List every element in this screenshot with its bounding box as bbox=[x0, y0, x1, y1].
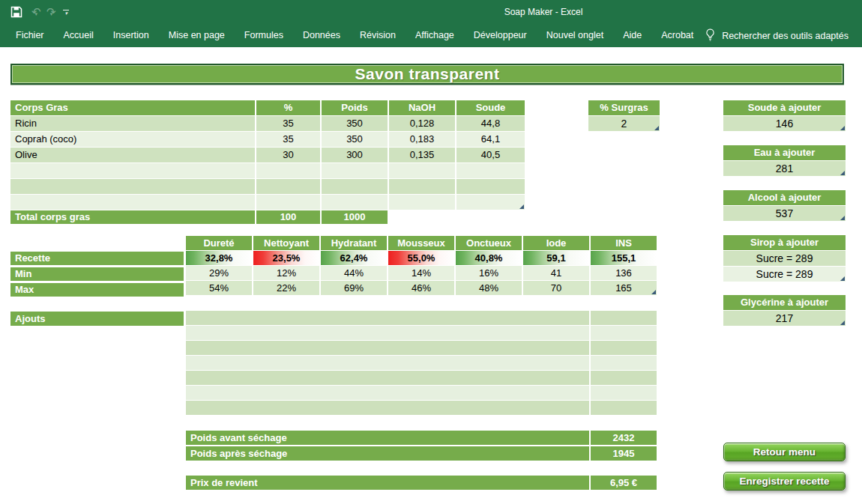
ajouts-cell[interactable] bbox=[186, 341, 589, 355]
fat-name-cell[interactable]: Ricin bbox=[10, 116, 255, 131]
fat-soude-cell[interactable]: 64,1 bbox=[456, 132, 525, 147]
ajouts-qty-cell[interactable] bbox=[591, 356, 657, 370]
surgras-value-cell[interactable]: 2 bbox=[588, 116, 660, 131]
ajouts-cell[interactable] bbox=[186, 401, 589, 415]
ribbon-tab-accueil[interactable]: Accueil bbox=[54, 24, 103, 47]
fat-name-cell[interactable]: Olive bbox=[10, 148, 255, 163]
ajouts-qty-cell[interactable] bbox=[591, 326, 657, 340]
recette-iode-cell[interactable]: 59,1 bbox=[523, 251, 589, 265]
ribbon-tab-aide[interactable]: Aide bbox=[613, 24, 651, 47]
ribbon-tab-revision[interactable]: Révision bbox=[350, 24, 406, 47]
ajouts-cell[interactable] bbox=[186, 311, 589, 325]
ajouts-qty-cell[interactable] bbox=[591, 401, 657, 415]
recette-nettoyant-cell[interactable]: 23,5% bbox=[253, 251, 319, 265]
ajouts-qty-cell[interactable] bbox=[591, 371, 657, 385]
max-iode-cell[interactable]: 70 bbox=[523, 281, 589, 295]
min-nettoyant-cell[interactable]: 12% bbox=[253, 266, 319, 280]
recette-hydratant-cell[interactable]: 62,4% bbox=[321, 251, 387, 265]
fat-name-cell[interactable]: Coprah (coco) bbox=[10, 132, 255, 147]
glycerine-a-ajouter-value[interactable]: 217 bbox=[723, 311, 846, 326]
ribbon-tab-nouvel-onglet[interactable]: Nouvel onglet bbox=[537, 24, 613, 47]
min-ins-cell[interactable]: 136 bbox=[591, 266, 657, 280]
recette-mousseux-cell[interactable]: 55,0% bbox=[388, 251, 454, 265]
soude-a-ajouter-value[interactable]: 146 bbox=[723, 116, 846, 131]
max-onctueux-cell[interactable]: 48% bbox=[456, 281, 522, 295]
min-mousseux-cell[interactable]: 14% bbox=[388, 266, 454, 280]
fats-header-poids: Poids bbox=[322, 100, 388, 115]
fat-naoh-cell[interactable]: 0,183 bbox=[389, 132, 455, 147]
ribbon-tab-mise-en-page[interactable]: Mise en page bbox=[159, 24, 235, 47]
ajouts-qty-cell[interactable] bbox=[591, 341, 657, 355]
ribbon-tab-donnees[interactable]: Données bbox=[293, 24, 350, 47]
fat-poids-cell[interactable]: 350 bbox=[322, 116, 388, 131]
max-nettoyant-cell[interactable]: 22% bbox=[253, 281, 319, 295]
fat-poids-cell[interactable]: 300 bbox=[322, 148, 388, 163]
min-iode-cell[interactable]: 41 bbox=[523, 266, 589, 280]
fat-naoh-cell[interactable]: 0,135 bbox=[389, 148, 455, 163]
fat-poids-cell[interactable] bbox=[322, 179, 388, 194]
ribbon-tab-acrobat[interactable]: Acrobat bbox=[651, 24, 703, 47]
ajouts-cell[interactable] bbox=[186, 326, 589, 340]
ajouts-cell[interactable] bbox=[186, 371, 589, 385]
fat-naoh-cell[interactable] bbox=[389, 179, 455, 194]
fats-row-olive: Olive 30 300 0,135 40,5 bbox=[10, 148, 525, 163]
enregistrer-recette-button[interactable]: Enregistrer recette bbox=[723, 472, 846, 491]
tell-me-search[interactable]: Rechercher des outils adaptés bbox=[705, 28, 849, 43]
fat-pct-cell[interactable] bbox=[256, 163, 320, 178]
poids-apres-value: 1945 bbox=[591, 446, 657, 461]
undo-icon[interactable]: ↶▾ bbox=[31, 5, 37, 19]
recette-durete-cell[interactable]: 32,8% bbox=[186, 251, 252, 265]
fat-naoh-cell[interactable]: 0,128 bbox=[389, 116, 455, 131]
recette-onctueux-cell[interactable]: 40,8% bbox=[456, 251, 522, 265]
ribbon-tab-formules[interactable]: Formules bbox=[235, 24, 293, 47]
customize-quick-access-icon[interactable]: ▾ bbox=[63, 10, 69, 15]
max-hydratant-cell[interactable]: 69% bbox=[321, 281, 387, 295]
ajouts-qty-cell[interactable] bbox=[591, 311, 657, 325]
fat-soude-cell[interactable] bbox=[456, 195, 525, 210]
fats-row-empty bbox=[10, 195, 525, 210]
fat-poids-cell[interactable]: 350 bbox=[322, 132, 388, 147]
eau-a-ajouter-box: Eau à ajouter 281 bbox=[723, 145, 846, 176]
ribbon-tab-fichier[interactable]: Fichier bbox=[6, 24, 54, 47]
ajouts-qty-cell[interactable] bbox=[591, 386, 657, 400]
ribbon-tab-insertion[interactable]: Insertion bbox=[103, 24, 159, 47]
eau-a-ajouter-value[interactable]: 281 bbox=[723, 161, 846, 176]
ribbon-tab-affichage[interactable]: Affichage bbox=[406, 24, 464, 47]
fat-pct-cell[interactable] bbox=[256, 195, 320, 210]
ajouts-cell[interactable] bbox=[186, 386, 589, 400]
min-durete-cell[interactable]: 29% bbox=[186, 266, 252, 280]
fat-naoh-cell[interactable] bbox=[389, 163, 455, 178]
fat-poids-cell[interactable] bbox=[322, 195, 388, 210]
fat-pct-cell[interactable]: 35 bbox=[256, 116, 320, 131]
fat-name-cell[interactable] bbox=[10, 195, 255, 210]
fat-name-cell[interactable] bbox=[10, 163, 255, 178]
min-hydratant-cell[interactable]: 44% bbox=[321, 266, 387, 280]
max-ins-cell[interactable]: 165 bbox=[591, 281, 657, 295]
retour-menu-button[interactable]: Retour menu bbox=[723, 443, 846, 461]
fat-soude-cell[interactable] bbox=[456, 179, 525, 194]
fat-soude-cell[interactable]: 40,5 bbox=[456, 148, 525, 163]
max-durete-cell[interactable]: 54% bbox=[186, 281, 252, 295]
sirop-value-2[interactable]: Sucre = 289 bbox=[723, 267, 846, 282]
fat-pct-cell[interactable]: 35 bbox=[256, 132, 320, 147]
poids-apres-sechage-row: Poids après séchage 1945 bbox=[186, 446, 657, 461]
max-mousseux-cell[interactable]: 46% bbox=[388, 281, 454, 295]
save-icon[interactable] bbox=[10, 6, 22, 18]
min-onctueux-cell[interactable]: 16% bbox=[456, 266, 522, 280]
fat-soude-cell[interactable] bbox=[456, 163, 525, 178]
fat-pct-cell[interactable]: 30 bbox=[256, 148, 320, 163]
sirop-value-1[interactable]: Sucre = 289 bbox=[723, 251, 846, 266]
fat-poids-cell[interactable] bbox=[322, 163, 388, 178]
fat-name-cell[interactable] bbox=[10, 179, 255, 194]
ajouts-cell[interactable] bbox=[186, 356, 589, 370]
fats-total-pct: 100 bbox=[256, 210, 320, 224]
fat-soude-cell[interactable]: 44,8 bbox=[456, 116, 525, 131]
fat-pct-cell[interactable] bbox=[256, 179, 320, 194]
redo-icon[interactable]: ↷▾ bbox=[46, 5, 52, 19]
ribbon-tab-developpeur[interactable]: Développeur bbox=[464, 24, 537, 47]
eau-a-ajouter-label: Eau à ajouter bbox=[723, 145, 846, 160]
recette-ins-cell[interactable]: 155,1 bbox=[591, 251, 657, 265]
stats-header-hydratant: Hydratant bbox=[321, 236, 387, 250]
alcool-a-ajouter-value[interactable]: 537 bbox=[723, 206, 846, 221]
fat-naoh-cell[interactable] bbox=[389, 195, 455, 210]
